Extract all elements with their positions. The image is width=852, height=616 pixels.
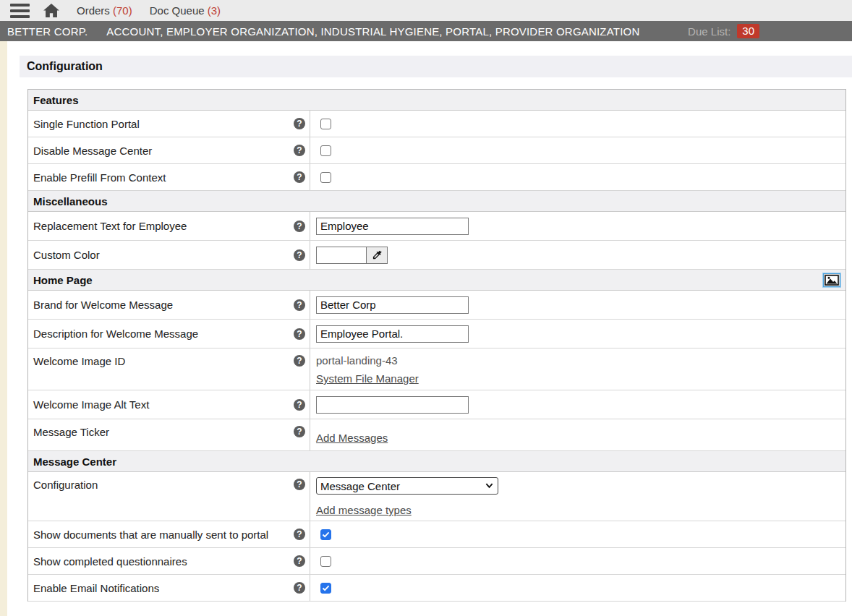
system-file-manager-link[interactable]: System File Manager (316, 372, 419, 385)
row-brand-for-welcome-message: Brand for Welcome Message ? (28, 291, 845, 320)
menu-icon[interactable] (10, 4, 30, 18)
section-header-home-page: Home Page (28, 270, 845, 291)
row-message-center-configuration: Configuration ? Message Center Add messa… (28, 472, 845, 521)
orders-link[interactable]: Orders (70) (77, 4, 132, 17)
show-documents-checkbox[interactable] (320, 529, 331, 540)
row-label: Show documents that are manually sent to… (33, 529, 268, 541)
row-label: Brand for Welcome Message (33, 299, 173, 311)
row-label: Configuration (33, 479, 98, 491)
row-enable-prefill-from-context: Enable Prefill From Context ? (28, 164, 845, 191)
due-list-count-badge[interactable]: 30 (737, 24, 759, 38)
row-label: Welcome Image Alt Text (33, 398, 149, 411)
section-header-message-center: Message Center (28, 451, 845, 472)
add-message-types-link[interactable]: Add message types (316, 504, 412, 516)
help-icon[interactable]: ? (294, 582, 305, 594)
help-icon[interactable]: ? (294, 118, 305, 129)
row-enable-email-notifications: Enable Email Notifications ? (28, 575, 845, 602)
row-show-documents-manually-sent: Show documents that are manually sent to… (28, 521, 845, 548)
due-list: Due List: 30 (688, 24, 759, 38)
main-content: Configuration Features Single Function P… (20, 56, 852, 602)
replacement-text-input[interactable] (316, 218, 469, 235)
orders-count: (70) (113, 4, 132, 17)
row-label: Replacement Text for Employee (33, 220, 187, 232)
section-title: Miscellaneous (33, 195, 108, 208)
eyedropper-icon (372, 249, 383, 260)
help-icon[interactable]: ? (294, 221, 305, 232)
help-icon[interactable]: ? (294, 249, 305, 261)
row-message-ticker: Message Ticker ? Add Messages (28, 419, 845, 451)
row-label: Single Function Portal (33, 118, 140, 130)
welcome-image-id-value: portal-landing-43 (316, 354, 840, 367)
section-header-miscellaneous: Miscellaneous (28, 191, 845, 212)
row-replacement-text-for-employee: Replacement Text for Employee ? (28, 212, 845, 241)
message-center-configuration-select[interactable]: Message Center (316, 477, 498, 495)
disable-message-center-checkbox[interactable] (320, 145, 331, 156)
row-label: Enable Email Notifications (33, 582, 159, 594)
due-list-label: Due List: (688, 25, 730, 38)
single-function-portal-checkbox[interactable] (320, 119, 331, 129)
welcome-image-alt-input[interactable] (316, 396, 469, 414)
context-bar: BETTER CORP. ACCOUNT, EMPLOYER ORGANIZAT… (0, 21, 852, 41)
brand-welcome-input[interactable] (316, 296, 469, 314)
row-single-function-portal: Single Function Portal ? (28, 111, 845, 137)
row-welcome-image-alt-text: Welcome Image Alt Text ? (28, 390, 845, 419)
left-edge-strip (0, 41, 7, 616)
configuration-table: Features Single Function Portal ? Disabl… (27, 89, 846, 602)
section-title: Home Page (33, 274, 93, 286)
help-icon[interactable]: ? (294, 171, 305, 183)
section-title: Message Center (33, 455, 116, 468)
doc-queue-link[interactable]: Doc Queue (3) (150, 4, 221, 17)
help-icon[interactable]: ? (294, 529, 305, 540)
help-icon[interactable]: ? (294, 328, 305, 340)
row-show-completed-questionnaires: Show completed questionnaires ? (28, 548, 845, 575)
row-label: Enable Prefill From Context (33, 171, 166, 184)
row-description-for-welcome-message: Description for Welcome Message ? (28, 320, 845, 348)
help-icon[interactable]: ? (294, 355, 305, 367)
home-page-image-button[interactable] (823, 273, 840, 287)
help-icon[interactable]: ? (294, 145, 305, 156)
doc-queue-count: (3) (208, 4, 221, 17)
row-label: Disable Message Center (33, 145, 152, 157)
row-label: Welcome Image ID (33, 355, 125, 367)
context-brand: BETTER CORP. (7, 25, 88, 38)
description-welcome-input[interactable] (316, 325, 469, 343)
section-header-features: Features (28, 90, 845, 111)
enable-email-notifications-checkbox[interactable] (320, 583, 331, 594)
section-title: Features (33, 94, 79, 106)
custom-color-input[interactable] (316, 247, 367, 264)
add-messages-link[interactable]: Add Messages (316, 432, 388, 444)
image-icon (825, 275, 839, 286)
help-icon[interactable]: ? (294, 555, 305, 567)
row-label: Show completed questionnaires (33, 555, 187, 568)
row-label: Custom Color (33, 249, 100, 261)
eyedropper-button[interactable] (367, 247, 388, 264)
row-label: Message Ticker (33, 426, 109, 438)
row-disable-message-center: Disable Message Center ? (28, 137, 845, 164)
row-label: Description for Welcome Message (33, 328, 198, 340)
top-bar: Orders (70) Doc Queue (3) (0, 0, 852, 21)
orders-label: Orders (77, 4, 110, 17)
row-custom-color: Custom Color ? (28, 241, 845, 270)
row-welcome-image-id: Welcome Image ID ? portal-landing-43 Sys… (28, 348, 845, 390)
help-icon[interactable]: ? (294, 299, 305, 311)
page-title: Configuration (20, 56, 852, 77)
show-completed-questionnaires-checkbox[interactable] (320, 556, 331, 567)
context-categories: ACCOUNT, EMPLOYER ORGANIZATION, INDUSTRI… (106, 25, 639, 38)
help-icon[interactable]: ? (294, 426, 305, 437)
help-icon[interactable]: ? (294, 479, 305, 490)
home-icon[interactable] (43, 4, 59, 17)
enable-prefill-from-context-checkbox[interactable] (320, 172, 331, 183)
doc-queue-label: Doc Queue (150, 4, 205, 17)
help-icon[interactable]: ? (294, 399, 305, 411)
